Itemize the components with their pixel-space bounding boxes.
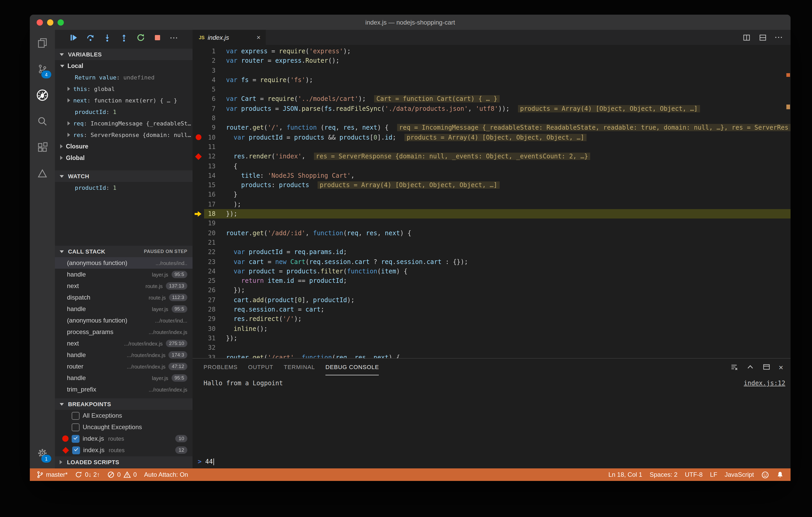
watch-row[interactable]: productId: 1 <box>55 182 193 193</box>
git-sync-item[interactable]: 0↓ 2↑ <box>71 468 104 481</box>
code-line[interactable]: 24 var product = products.filter(functio… <box>193 267 790 276</box>
logpoint-icon[interactable] <box>193 152 203 161</box>
zoom-window-button[interactable] <box>58 19 64 26</box>
call-stack-frame[interactable]: handlelayer.js95:5 <box>55 372 193 384</box>
call-stack-frame[interactable]: (anonymous function).../routes/ind.. <box>55 257 193 269</box>
titlebar[interactable]: index.js — nodejs-shopping-cart <box>30 14 790 30</box>
code-line[interactable]: 29 res.redirect('/'); <box>193 314 790 324</box>
panel-tab-problems[interactable]: PROBLEMS <box>204 359 237 375</box>
code-line[interactable]: 13 { <box>193 161 790 171</box>
code-line[interactable]: 15 products: productsproducts = Array(4)… <box>193 180 790 190</box>
code-line[interactable]: 22 var productId = req.params.id; <box>193 247 790 257</box>
close-tab-icon[interactable]: × <box>257 33 261 41</box>
stop-button[interactable] <box>153 33 162 42</box>
notifications-bell-icon[interactable] <box>773 468 787 481</box>
code-line[interactable]: 6var Cart = require('../models/cart');Ca… <box>193 94 790 104</box>
breakpoint-row[interactable]: index.jsroutes10 <box>55 433 193 444</box>
language-mode-item[interactable]: JavaScript <box>721 468 758 481</box>
call-stack-frame[interactable]: dispatchroute.js112:3 <box>55 292 193 303</box>
panel-tab-output[interactable]: OUTPUT <box>248 359 273 375</box>
call-stack-frame[interactable]: handlelayer.js95:5 <box>55 303 193 315</box>
breakpoint-row[interactable]: index.jsroutes12 <box>55 444 193 456</box>
call-stack-frame[interactable]: (anonymous function).../routes/ind.. <box>55 395 193 398</box>
code-line[interactable]: 3 <box>193 66 790 75</box>
close-window-button[interactable] <box>37 19 43 26</box>
variable-row[interactable]: res: ServerResponse {domain: null… <box>55 129 193 141</box>
feedback-smiley-icon[interactable] <box>758 468 773 481</box>
variable-scope[interactable]: Closure <box>55 141 193 152</box>
watch-header[interactable]: WATCH <box>55 171 193 182</box>
maximize-panel-icon[interactable] <box>746 363 754 371</box>
code-line[interactable]: 31}); <box>193 334 790 343</box>
breakpoint-icon[interactable] <box>193 132 203 142</box>
step-into-button[interactable] <box>103 33 111 42</box>
code-line[interactable]: 21 <box>193 238 790 247</box>
call-stack-frame[interactable]: nextroute.js137:13 <box>55 280 193 292</box>
source-control-icon[interactable]: 4 <box>30 56 55 82</box>
call-stack-frame[interactable]: router.../router/index.js47:12 <box>55 361 193 372</box>
code-line[interactable]: 28 req.session.cart = cart; <box>193 305 790 314</box>
code-line[interactable]: 9router.get('/', function (req, res, nex… <box>193 123 790 133</box>
checkbox[interactable] <box>72 435 80 443</box>
call-stack-frame[interactable]: process_params.../router/index.js <box>55 326 193 338</box>
continue-button[interactable] <box>69 33 78 42</box>
more-editor-actions-icon[interactable]: ··· <box>775 33 783 41</box>
tab-index-js[interactable]: JS index.js × <box>193 30 266 45</box>
minimize-window-button[interactable] <box>47 19 53 26</box>
code-line[interactable]: 8 <box>193 114 790 123</box>
toggle-layout-icon[interactable] <box>759 33 767 41</box>
variable-row[interactable]: next: function next(err) { … } <box>55 95 193 106</box>
variable-row[interactable]: this: global <box>55 83 193 95</box>
encoding-item[interactable]: UTF-8 <box>681 468 706 481</box>
code-line[interactable]: 30 inline(); <box>193 324 790 334</box>
call-stack-frame[interactable]: handle.../router/index.js174:3 <box>55 349 193 361</box>
eol-item[interactable]: LF <box>706 468 721 481</box>
debug-icon[interactable] <box>30 82 55 108</box>
loaded-scripts-header[interactable]: LOADED SCRIPTS <box>55 456 193 468</box>
code-line[interactable]: 20router.get('/add/:id', function(req, r… <box>193 228 790 238</box>
indentation-item[interactable]: Spaces: 2 <box>646 468 681 481</box>
filter-output-icon[interactable] <box>730 363 738 371</box>
step-out-button[interactable] <box>120 33 128 42</box>
step-over-button[interactable] <box>86 33 95 42</box>
checkbox[interactable] <box>72 412 80 420</box>
breakpoint-row[interactable]: All Exceptions <box>55 410 193 421</box>
code-line[interactable]: 7var products = JSON.parse(fs.readFileSy… <box>193 104 790 114</box>
debug-current-line-arrow-icon[interactable] <box>193 209 203 219</box>
settings-gear-icon[interactable]: 1 <box>30 440 55 466</box>
code-line[interactable]: 12 res.render('index',res = ServerRespon… <box>193 152 790 161</box>
variable-row[interactable]: productId: 1 <box>55 106 193 118</box>
console-input[interactable]: > 44 <box>198 456 785 467</box>
code-line[interactable]: 17 ); <box>193 200 790 209</box>
variable-row[interactable]: req: IncomingMessage {_readableSt… <box>55 118 193 129</box>
code-line[interactable]: 27 cart.add(product[0], productId); <box>193 295 790 305</box>
variable-row[interactable]: Return value: undefined <box>55 71 193 83</box>
breakpoints-header[interactable]: BREAKPOINTS <box>55 398 193 410</box>
code-line[interactable]: 11 <box>193 142 790 152</box>
problems-item[interactable]: 0 0 <box>104 468 141 481</box>
split-editor-icon[interactable] <box>743 33 751 41</box>
call-stack-header[interactable]: CALL STACK PAUSED ON STEP <box>55 246 193 257</box>
code-line[interactable]: 1var express = require('express'); <box>193 47 790 56</box>
panel-tab-terminal[interactable]: TERMINAL <box>284 359 315 375</box>
code-line[interactable]: 32 <box>193 343 790 353</box>
code-line[interactable]: 25 return item.id == productId; <box>193 276 790 286</box>
restart-button[interactable] <box>137 33 145 42</box>
code-line[interactable]: 16 } <box>193 190 790 200</box>
code-line[interactable]: 14 title: 'NodeJS Shopping Cart', <box>193 171 790 181</box>
variables-header[interactable]: VARIABLES <box>55 49 193 60</box>
call-stack-frame[interactable]: trim_prefix.../router/index.js <box>55 384 193 395</box>
code-line[interactable]: 18}); <box>193 209 790 219</box>
call-stack-frame[interactable]: next.../router/index.js275:10 <box>55 338 193 349</box>
code-line[interactable]: 19 <box>193 219 790 229</box>
console-source-link[interactable]: index.js:12 <box>744 379 785 387</box>
variable-scope[interactable]: Local <box>55 60 193 71</box>
close-panel-icon[interactable]: × <box>779 363 783 371</box>
checkbox[interactable] <box>72 446 80 454</box>
checkbox[interactable] <box>72 423 80 431</box>
explorer-icon[interactable] <box>30 30 55 56</box>
azure-tools-icon[interactable] <box>30 160 55 187</box>
call-stack-frame[interactable]: (anonymous function).../router/ind... <box>55 315 193 326</box>
restore-panel-icon[interactable] <box>762 363 771 371</box>
variable-scope[interactable]: Global <box>55 152 193 163</box>
